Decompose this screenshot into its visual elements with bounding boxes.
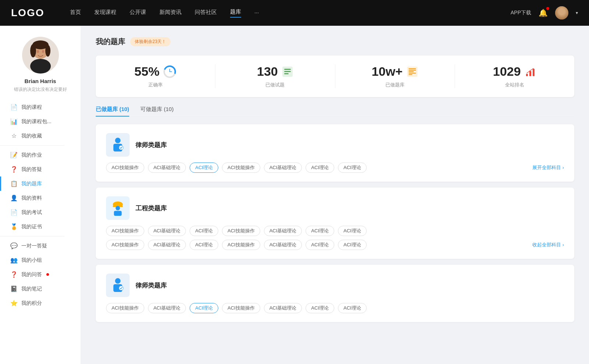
sidebar-item-label: 我的资料 bbox=[21, 195, 42, 201]
tag-1-3[interactable]: ACI理论 bbox=[190, 163, 218, 173]
stat-top-1: 55% bbox=[134, 64, 176, 79]
tag-2-2[interactable]: ACI基础理论 bbox=[148, 226, 186, 236]
collapse-link-2[interactable]: 收起全部科目 › bbox=[532, 242, 564, 248]
tag-1-5[interactable]: ACI基础理论 bbox=[264, 163, 302, 173]
tag-2-11[interactable]: ACI技能操作 bbox=[222, 240, 260, 250]
sidebar-item-course-pkg[interactable]: 📊 我的课程包... bbox=[0, 114, 81, 129]
tag-3-3[interactable]: ACI理论 bbox=[190, 303, 218, 313]
svg-rect-14 bbox=[284, 73, 289, 74]
sidebar-item-cert[interactable]: 🏅 我的证书 bbox=[0, 220, 81, 234]
qa-icon: ❓ bbox=[10, 271, 18, 278]
svg-point-7 bbox=[42, 50, 44, 53]
tag-2-8[interactable]: ACI技能操作 bbox=[106, 240, 144, 250]
tag-2-6[interactable]: ACI理论 bbox=[306, 226, 334, 236]
sidebar-item-group[interactable]: 👥 我的小组 bbox=[0, 253, 81, 267]
course-pkg-icon: 📊 bbox=[10, 118, 18, 125]
stat-banks-done: 10w+ 已做题库 bbox=[335, 64, 455, 88]
chat-icon: 💬 bbox=[10, 242, 18, 249]
stat-number-2: 130 bbox=[257, 64, 278, 79]
tag-2-5[interactable]: ACI基础理论 bbox=[264, 226, 302, 236]
tag-1-2[interactable]: ACI基础理论 bbox=[148, 163, 186, 173]
sidebar-item-points[interactable]: ⭐ 我的积分 bbox=[0, 296, 81, 310]
tag-2-14[interactable]: ACI理论 bbox=[338, 240, 367, 250]
profile-icon: 👤 bbox=[10, 195, 18, 201]
sidebar-item-profile[interactable]: 👤 我的资料 bbox=[0, 191, 81, 205]
sidebar-item-my-qa[interactable]: ❓ 我的问答 bbox=[0, 267, 81, 282]
nav-dropdown-arrow[interactable]: ▾ bbox=[576, 10, 578, 15]
qbank-avatar-eng bbox=[106, 196, 130, 220]
points-icon: ⭐ bbox=[10, 300, 18, 307]
main-content: 我的题库 体验剩余23天！ 55% 正确率 bbox=[81, 26, 589, 364]
nav-link-more[interactable]: ··· bbox=[254, 9, 259, 17]
tag-3-2[interactable]: ACI基础理论 bbox=[148, 303, 186, 313]
sidebar-item-questions[interactable]: ❓ 我的答疑 bbox=[0, 162, 81, 176]
nav-logo[interactable]: LOGO bbox=[11, 7, 48, 19]
svg-point-4 bbox=[30, 44, 36, 57]
stats-row: 55% 正确率 130 bbox=[96, 56, 574, 97]
exam-icon: 📄 bbox=[10, 209, 18, 216]
tag-2-3[interactable]: ACI理论 bbox=[190, 226, 218, 236]
sidebar-motto: 错误的决定比没有决定要好 bbox=[7, 86, 74, 93]
svg-rect-21 bbox=[526, 74, 528, 76]
svg-point-33 bbox=[119, 286, 123, 290]
sidebar-item-notes[interactable]: 📓 我的笔记 bbox=[0, 282, 81, 296]
layout: Brian Harris 错误的决定比没有决定要好 📄 我的课程 📊 我的课程包… bbox=[0, 26, 589, 364]
qbank-avatar-law-2 bbox=[106, 274, 130, 297]
qbank-title-2: 工程类题库 bbox=[135, 204, 167, 213]
sidebar-item-exam[interactable]: 📄 我的考试 bbox=[0, 205, 81, 220]
qbank-avatar-law-1 bbox=[106, 133, 130, 157]
group-icon: 👥 bbox=[10, 257, 18, 264]
sidebar-menu: 📄 我的课程 📊 我的课程包... ☆ 我的收藏 📝 我的作业 ❓ 我的答疑 � bbox=[0, 100, 81, 310]
tab-done[interactable]: 已做题库 (10) bbox=[96, 106, 129, 117]
tag-3-7[interactable]: ACI理论 bbox=[338, 303, 367, 313]
svg-point-29 bbox=[116, 206, 120, 210]
tags-row-1: ACI技能操作 ACI基础理论 ACI理论 ACI技能操作 ACI基础理论 AC… bbox=[106, 163, 564, 173]
book-icon bbox=[406, 66, 418, 78]
nav-link-open-course[interactable]: 公开课 bbox=[130, 9, 146, 17]
tag-2-13[interactable]: ACI理论 bbox=[306, 240, 334, 250]
sidebar-item-favorites[interactable]: ☆ 我的收藏 bbox=[0, 129, 81, 143]
tag-1-6[interactable]: ACI理论 bbox=[306, 163, 334, 173]
tag-3-1[interactable]: ACI技能操作 bbox=[106, 303, 144, 313]
law-person-icon-2 bbox=[109, 275, 127, 296]
qbank-header-2: 工程类题库 bbox=[106, 196, 564, 220]
sidebar-item-label: 我的问答 bbox=[21, 271, 42, 278]
nav-link-discover[interactable]: 发现课程 bbox=[94, 9, 116, 17]
tag-3-4[interactable]: ACI技能操作 bbox=[222, 303, 260, 313]
qbank-icon: 📋 bbox=[10, 180, 18, 187]
nav-link-home[interactable]: 首页 bbox=[70, 9, 81, 17]
nav-avatar[interactable] bbox=[555, 6, 568, 19]
tag-3-5[interactable]: ACI基础理论 bbox=[264, 303, 302, 313]
tag-2-7[interactable]: ACI理论 bbox=[338, 226, 367, 236]
tag-2-1[interactable]: ACI技能操作 bbox=[106, 226, 144, 236]
sidebar-item-qbank[interactable]: 📋 我的题库 bbox=[0, 176, 81, 191]
tag-1-1[interactable]: ACI技能操作 bbox=[106, 163, 144, 173]
page-title-row: 我的题库 体验剩余23天！ bbox=[96, 37, 574, 47]
tag-1-4[interactable]: ACI技能操作 bbox=[222, 163, 260, 173]
notification-bell[interactable]: 🔔 bbox=[539, 8, 548, 17]
svg-rect-12 bbox=[284, 69, 291, 70]
sidebar-item-label: 我的积分 bbox=[21, 300, 42, 307]
nav-link-qbank[interactable]: 题库 bbox=[230, 8, 241, 18]
sidebar-item-1on1[interactable]: 💬 一对一答疑 bbox=[0, 239, 81, 253]
tag-2-9[interactable]: ACI基础理论 bbox=[148, 240, 186, 250]
stat-label-1: 正确率 bbox=[148, 82, 163, 88]
nav-links: 首页 发现课程 公开课 新闻资讯 问答社区 题库 ··· bbox=[70, 8, 511, 18]
sidebar-item-label: 一对一答疑 bbox=[21, 243, 47, 249]
expand-link-1[interactable]: 展开全部科目 › bbox=[532, 164, 564, 171]
sidebar-item-label: 我的收藏 bbox=[21, 133, 42, 139]
tag-2-4[interactable]: ACI技能操作 bbox=[222, 226, 260, 236]
tag-2-12[interactable]: ACI基础理论 bbox=[264, 240, 302, 250]
nav-link-news[interactable]: 新闻资讯 bbox=[159, 9, 181, 17]
tab-available[interactable]: 可做题库 (10) bbox=[140, 106, 174, 117]
tag-1-7[interactable]: ACI理论 bbox=[338, 163, 367, 173]
pie-chart-icon bbox=[163, 65, 176, 78]
sidebar-item-homework[interactable]: 📝 我的作业 bbox=[0, 148, 81, 162]
sidebar-item-my-course[interactable]: 📄 我的课程 bbox=[0, 100, 81, 114]
sidebar-item-label: 我的作业 bbox=[21, 152, 42, 158]
nav-link-qa[interactable]: 问答社区 bbox=[195, 9, 217, 17]
app-download-button[interactable]: APP下载 bbox=[511, 10, 531, 16]
tags-row-3: ACI技能操作 ACI基础理论 ACI理论 ACI技能操作 ACI基础理论 AC… bbox=[106, 303, 564, 313]
tag-2-10[interactable]: ACI理论 bbox=[190, 240, 218, 250]
tag-3-6[interactable]: ACI理论 bbox=[306, 303, 334, 313]
